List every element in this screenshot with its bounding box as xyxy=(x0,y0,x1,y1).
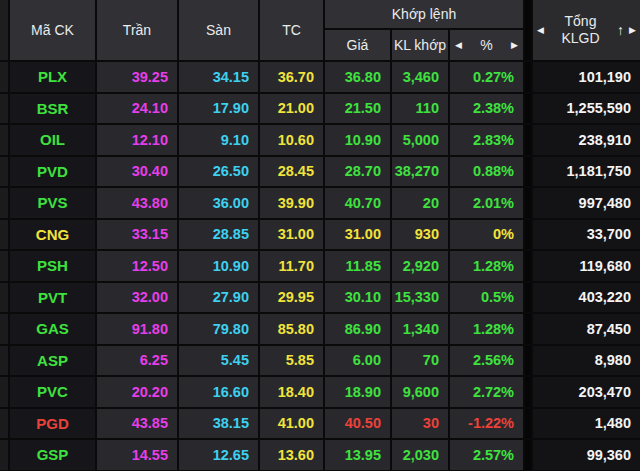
matched-price-cell: 36.80 xyxy=(325,62,390,92)
table-row[interactable]: PVC 20.20 16.60 18.40 18.90 9,600 2.72% … xyxy=(0,377,640,407)
ticker-cell[interactable]: OIL xyxy=(10,125,95,155)
ticker-cell[interactable]: PVC xyxy=(10,377,95,407)
total-volume-header-label: Tổng KLGD xyxy=(544,13,617,47)
reference-price-cell: 11.70 xyxy=(260,251,323,281)
floor-price-cell: 38.15 xyxy=(179,409,258,439)
ticker-cell[interactable]: ASP xyxy=(10,346,95,376)
total-scroll-right-icon[interactable]: ▶ xyxy=(629,26,636,35)
column-separator xyxy=(525,0,531,60)
percent-change-cell: 0.5% xyxy=(450,283,523,313)
column-header-reference[interactable]: TC xyxy=(260,0,323,60)
table-row[interactable]: OIL 12.10 9.10 10.60 10.90 5,000 2.83% 2… xyxy=(0,125,640,155)
ceiling-price-cell: 32.00 xyxy=(97,283,177,313)
column-header-total-volume[interactable]: ◀ Tổng KLGD ↑ ▶ xyxy=(533,0,640,60)
reference-price-cell: 18.40 xyxy=(260,377,323,407)
ticker-cell[interactable]: PGD xyxy=(10,409,95,439)
row-left-rail xyxy=(0,283,8,313)
total-volume-cell: 1,181,750 xyxy=(533,157,640,187)
total-volume-cell: 1,480 xyxy=(533,409,640,439)
matched-price-cell: 40.70 xyxy=(325,188,390,218)
matched-volume-cell: 15,330 xyxy=(392,283,448,313)
table-header: Mã CK Trần Sàn TC Khớp lệnh Giá KL khớp … xyxy=(0,0,640,60)
row-left-rail xyxy=(0,220,8,250)
column-header-code[interactable]: Mã CK xyxy=(10,0,95,60)
percent-scroll-left-icon[interactable]: ◀ xyxy=(455,41,462,50)
matched-price-cell: 31.00 xyxy=(325,220,390,250)
row-left-rail xyxy=(0,409,8,439)
table-row[interactable]: BSR 24.10 17.90 21.00 21.50 110 2.38% 1,… xyxy=(0,94,640,124)
column-separator xyxy=(525,409,531,439)
total-volume-cell: 119,680 xyxy=(533,251,640,281)
table-row[interactable]: CNG 33.15 28.85 31.00 31.00 930 0% 33,70… xyxy=(0,220,640,250)
matched-orders-group-label: Khớp lệnh xyxy=(325,0,523,28)
table-row[interactable]: PVD 30.40 26.50 28.45 28.70 38,270 0.88%… xyxy=(0,157,640,187)
matched-volume-cell: 110 xyxy=(392,94,448,124)
matched-price-cell: 28.70 xyxy=(325,157,390,187)
reference-price-cell: 5.85 xyxy=(260,346,323,376)
row-left-rail xyxy=(0,157,8,187)
ceiling-price-cell: 24.10 xyxy=(97,94,177,124)
column-separator xyxy=(525,125,531,155)
ticker-cell[interactable]: PVT xyxy=(10,283,95,313)
table-body: PLX 39.25 34.15 36.70 36.80 3,460 0.27% … xyxy=(0,62,640,470)
percent-change-cell: 2.38% xyxy=(450,94,523,124)
table-row[interactable]: GSP 14.55 12.65 13.60 13.95 2,030 2.57% … xyxy=(0,440,640,470)
matched-volume-cell: 5,000 xyxy=(392,125,448,155)
table-row[interactable]: PGD 43.85 38.15 41.00 40.50 30 -1.22% 1,… xyxy=(0,409,640,439)
reference-price-cell: 21.00 xyxy=(260,94,323,124)
table-row[interactable]: PLX 39.25 34.15 36.70 36.80 3,460 0.27% … xyxy=(0,62,640,92)
ticker-cell[interactable]: PVS xyxy=(10,188,95,218)
percent-change-cell: 0.27% xyxy=(450,62,523,92)
floor-price-cell: 17.90 xyxy=(179,94,258,124)
table-row[interactable]: PVT 32.00 27.90 29.95 30.10 15,330 0.5% … xyxy=(0,283,640,313)
matched-price-cell: 21.50 xyxy=(325,94,390,124)
row-left-rail xyxy=(0,251,8,281)
table-row[interactable]: PSH 12.50 10.90 11.70 11.85 2,920 1.28% … xyxy=(0,251,640,281)
row-left-rail xyxy=(0,377,8,407)
matched-volume-cell: 1,340 xyxy=(392,314,448,344)
table-row[interactable]: PVS 43.80 36.00 39.90 40.70 20 2.01% 997… xyxy=(0,188,640,218)
total-volume-cell: 997,480 xyxy=(533,188,640,218)
ticker-cell[interactable]: GAS xyxy=(10,314,95,344)
column-separator xyxy=(525,220,531,250)
column-header-ceiling[interactable]: Trần xyxy=(97,0,177,60)
matched-volume-cell: 3,460 xyxy=(392,62,448,92)
total-scroll-left-icon[interactable]: ◀ xyxy=(537,26,544,35)
row-left-rail xyxy=(0,94,8,124)
reference-price-cell: 85.80 xyxy=(260,314,323,344)
total-volume-cell: 403,220 xyxy=(533,283,640,313)
percent-scroll-right-icon[interactable]: ▶ xyxy=(511,41,518,50)
ceiling-price-cell: 33.15 xyxy=(97,220,177,250)
ticker-cell[interactable]: PSH xyxy=(10,251,95,281)
percent-change-cell: 1.28% xyxy=(450,251,523,281)
column-header-floor[interactable]: Sàn xyxy=(179,0,258,60)
ceiling-price-cell: 30.40 xyxy=(97,157,177,187)
ticker-cell[interactable]: BSR xyxy=(10,94,95,124)
matched-price-cell: 30.10 xyxy=(325,283,390,313)
ticker-cell[interactable]: CNG xyxy=(10,220,95,250)
ticker-cell[interactable]: GSP xyxy=(10,440,95,470)
header-left-rail xyxy=(0,0,8,60)
percent-change-cell: -1.22% xyxy=(450,409,523,439)
ceiling-price-cell: 43.85 xyxy=(97,409,177,439)
floor-price-cell: 16.60 xyxy=(179,377,258,407)
ticker-cell[interactable]: PVD xyxy=(10,157,95,187)
matched-volume-cell: 30 xyxy=(392,409,448,439)
ceiling-price-cell: 91.80 xyxy=(97,314,177,344)
total-volume-cell: 33,700 xyxy=(533,220,640,250)
column-separator xyxy=(525,157,531,187)
reference-price-cell: 28.45 xyxy=(260,157,323,187)
matched-volume-cell: 9,600 xyxy=(392,377,448,407)
matched-volume-cell: 38,270 xyxy=(392,157,448,187)
table-row[interactable]: ASP 6.25 5.45 5.85 6.00 70 2.56% 8,980 xyxy=(0,346,640,376)
column-header-percent[interactable]: ◀ % ▶ xyxy=(450,30,523,60)
floor-price-cell: 9.10 xyxy=(179,125,258,155)
table-row[interactable]: GAS 91.80 79.80 85.80 86.90 1,340 1.28% … xyxy=(0,314,640,344)
sort-ascending-icon[interactable]: ↑ xyxy=(617,23,624,37)
matched-volume-cell: 2,920 xyxy=(392,251,448,281)
total-volume-cell: 203,470 xyxy=(533,377,640,407)
matched-volume-cell: 2,030 xyxy=(392,440,448,470)
column-header-matched-volume[interactable]: KL khớp xyxy=(392,30,448,60)
ticker-cell[interactable]: PLX xyxy=(10,62,95,92)
column-header-matched-price[interactable]: Giá xyxy=(325,30,390,60)
